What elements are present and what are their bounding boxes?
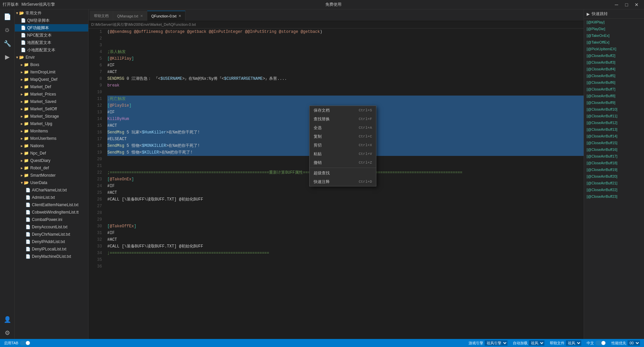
jump-item-20[interactable]: [@CloseArrBuff17] (584, 153, 644, 160)
lang-toggle-switch[interactable] (595, 341, 606, 345)
jump-item-15[interactable]: [@CloseArrBuff12] (584, 119, 644, 126)
tree-item-CobwebWindingItemList.tt[interactable]: 📄 CobwebWindingItemList.tt (15, 209, 88, 216)
tree-item-QM登录脚本[interactable]: 📄 QM登录脚本 (15, 17, 88, 24)
auto-load-select[interactable]: 祖风 (529, 340, 544, 346)
menu-open[interactable]: 打开版本 (3, 2, 19, 7)
tree-item-UserData[interactable]: ▾ 📂 UserData (15, 179, 88, 186)
wrench-icon[interactable]: 🔧 (1, 38, 13, 50)
tree-item-MonUserItems[interactable]: ▸ 📁 MonUserItems (15, 135, 88, 142)
tree-item-Robot_def[interactable]: ▸ 📁 Robot_def (15, 164, 88, 172)
tree-item-Npc_Def[interactable]: ▸ 📁 Npc_Def (15, 150, 88, 157)
jump-item-24[interactable]: [@CloseArrBuff21] (584, 180, 644, 186)
play-icon[interactable]: ▶ (1, 51, 13, 63)
ctx-item-1[interactable]: 查找替换Ctrl+F (310, 115, 376, 123)
tree-item-MapQuest_Def[interactable]: ▸ 📁 MapQuest_Def (15, 76, 88, 83)
jump-item-21[interactable]: [@CloseArrBuff18] (584, 160, 644, 166)
tree-item-MonItems[interactable]: ▸ 📁 MonItems (15, 127, 88, 135)
tab-2[interactable]: QFunction-0.txt✕ (147, 11, 185, 21)
tree-item-CombatPower.ini[interactable]: 📄 CombatPower.ini (15, 216, 88, 223)
help-file[interactable]: 帮助文件 祖风 (548, 340, 583, 346)
tree-item-DenyMachineDList.txt[interactable]: 📄 DenyMachineDList.txt (15, 253, 88, 260)
jump-item-12[interactable]: [@CloseArrBuff9] (584, 99, 644, 106)
performance[interactable]: 性能优先 00 (610, 340, 641, 346)
jump-item-26[interactable]: [@CloseArrBuff23] (584, 193, 644, 200)
jump-item-19[interactable]: [@CloseArrBuff16] (584, 146, 644, 153)
tree-item-DenyChrNameList.txt[interactable]: 📄 DenyChrNameList.txt (15, 231, 88, 238)
tab-close-2[interactable]: ✕ (178, 14, 181, 18)
gear-icon[interactable]: ⚙ (1, 327, 13, 339)
tree-item-小地图配置文本[interactable]: 📄 小地图配置文本 (15, 46, 88, 54)
tree-item-Market_Saved[interactable]: ▸ 📁 Market_Saved (15, 98, 88, 105)
jump-item-2[interactable]: [@TakeOnEx] (584, 32, 644, 39)
tab-1[interactable]: QManage.txt✕ (113, 11, 147, 21)
tab-toggle-switch[interactable] (20, 341, 31, 345)
help-file-select[interactable]: 祖风 (566, 340, 581, 346)
tree-item-Market_Def[interactable]: ▸ 📁 Market_Def (15, 83, 88, 91)
language[interactable]: 中文 (585, 340, 607, 346)
tree-item-AdminList.txt[interactable]: 📄 AdminList.txt (15, 194, 88, 201)
ctx-item-2[interactable]: 全选Ctrl+A (310, 123, 376, 132)
tree-item-DenyIPLocalList.txt[interactable]: 📄 DenyIPLocalList.txt (15, 245, 88, 253)
jump-item-11[interactable]: [@CloseArrBuff8] (584, 93, 644, 99)
tree-item-QF功能脚本[interactable]: 📄 QF功能脚本 (15, 24, 88, 32)
jump-item-18[interactable]: [@CloseArrBuff15] (584, 139, 644, 146)
maximize-button[interactable]: □ (622, 1, 631, 8)
tree-item-DenyAccountList.txt[interactable]: 📄 DenyAccountList.txt (15, 223, 88, 231)
tab-close-1[interactable]: ✕ (140, 14, 143, 18)
tree-item-ItemDropLimit[interactable]: ▸ 📁 ItemDropLimit (15, 68, 88, 76)
tree-item-Boxs[interactable]: ▸ 📁 Boxs (15, 61, 88, 68)
jump-item-9[interactable]: [@CloseArrBuff6] (584, 79, 644, 86)
jump-item-22[interactable]: [@CloseArrBuff19] (584, 166, 644, 173)
ctx-item-8[interactable]: 超级查找 (310, 169, 376, 177)
tree-item-Market_Upg[interactable]: ▸ 📁 Market_Upg (15, 120, 88, 127)
game-engine[interactable]: 游戏引擎 祖风引擎 (467, 340, 509, 346)
tree-item-Market_Storage[interactable]: ▸ 📁 Market_Storage (15, 113, 88, 120)
tree-item-ClientEatItemNameList.txt[interactable]: 📄 ClientEatItemNameList.txt (15, 201, 88, 209)
auto-load[interactable]: 自动加载 祖风 (512, 340, 546, 346)
tree-item-Envir[interactable]: ▾ 📂 Envir (15, 54, 88, 61)
right-panel-title: 快速跳转 (592, 11, 608, 17)
tab-0[interactable]: 帮助文档 (90, 11, 113, 21)
tree-item-SmartMonster[interactable]: ▸ 📁 SmartMonster (15, 172, 88, 179)
jump-item-3[interactable]: [@TakeOffEx] (584, 39, 644, 46)
ctx-item-4[interactable]: 剪切Ctrl+X (310, 141, 376, 150)
jump-item-16[interactable]: [@CloseArrBuff13] (584, 126, 644, 133)
jump-item-1[interactable]: [@PlayDie] (584, 25, 644, 32)
tree-item-DenyIPAddrList.txt[interactable]: 📄 DenyIPAddrList.txt (15, 238, 88, 245)
jump-item-17[interactable]: [@CloseArrBuff14] (584, 133, 644, 139)
jump-item-6[interactable]: [@CloseArrBuff3] (584, 59, 644, 66)
jump-item-8[interactable]: [@CloseArrBuff5] (584, 72, 644, 79)
minimize-button[interactable]: ─ (612, 1, 621, 8)
tree-item-Market_Prices[interactable]: ▸ 📁 Market_Prices (15, 91, 88, 98)
tab-toggle[interactable]: 启用TAB (3, 340, 32, 346)
ctx-item-5[interactable]: 粘贴Ctrl+V (310, 150, 376, 158)
jump-item-14[interactable]: [@CloseArrBuff11] (584, 113, 644, 119)
ctx-item-3[interactable]: 复制Ctrl+C (310, 132, 376, 141)
tree-item-Market_SellOff[interactable]: ▸ 📁 Market_SellOff (15, 105, 88, 113)
settings-icon[interactable]: ⛭ (1, 24, 13, 36)
ctx-item-0[interactable]: 保存文档Ctrl+S (310, 106, 376, 115)
performance-select[interactable]: 00 (628, 340, 640, 346)
jump-item-4[interactable]: [@PickUpItemEX] (584, 46, 644, 52)
tree-item-常用文件[interactable]: ▾ 📂 常用文件 (15, 9, 88, 17)
jump-item-5[interactable]: [@CloseArrBuff2] (584, 52, 644, 59)
jump-item-25[interactable]: [@CloseArrBuff22] (584, 186, 644, 193)
close-button[interactable]: ✕ (632, 1, 641, 8)
tree-item-Nations[interactable]: ▸ 📁 Nations (15, 142, 88, 150)
ctx-item-9[interactable]: 快速注释Ctrl+D (310, 177, 376, 186)
jump-item-0[interactable]: [@KillPlay] (584, 19, 644, 25)
user-icon[interactable]: 👤 (1, 313, 13, 326)
jump-item-10[interactable]: [@CloseArrBuff7] (584, 86, 644, 93)
jump-item-7[interactable]: [@CloseArrBuff4] (584, 66, 644, 72)
tree-item-NPC配置文本[interactable]: 📄 NPC配置文本 (15, 32, 88, 39)
jump-item-13[interactable]: [@CloseArrBuff10] (584, 106, 644, 113)
tree-item-地图配置文本[interactable]: 📄 地图配置文本 (15, 39, 88, 46)
ctx-item-6[interactable]: 撤销Ctrl+Z (310, 158, 376, 167)
game-engine-select[interactable]: 祖风引擎 (485, 340, 507, 346)
tree-item-QuestDiary[interactable]: ▸ 📁 QuestDiary (15, 157, 88, 164)
code-area[interactable]: (@@sendmsg @@offlinemsg @storage @getbac… (105, 28, 584, 339)
tree-item-AICharNameList.txt[interactable]: 📄 AICharNameList.txt (15, 186, 88, 194)
files-icon[interactable]: 📄 (1, 11, 13, 23)
line-num-34: 34 (89, 250, 102, 256)
jump-item-23[interactable]: [@CloseArrBuff20] (584, 173, 644, 180)
